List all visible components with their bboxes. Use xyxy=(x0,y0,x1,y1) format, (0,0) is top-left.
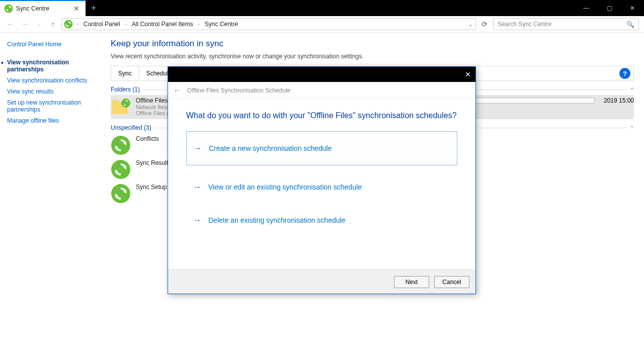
tab-sync[interactable]: Sync xyxy=(111,66,139,80)
help-icon[interactable]: ? xyxy=(619,68,630,79)
dialog-header: ← Offline Files Synchronisation Schedule xyxy=(168,82,475,99)
chevron-up-icon[interactable]: ⌃ xyxy=(630,125,634,131)
chevron-up-icon[interactable]: ⌃ xyxy=(630,87,634,93)
navbar: ← → ⌄ ↑ › Control Panel › All Control Pa… xyxy=(0,16,644,33)
window-controls: — ▢ ✕ xyxy=(575,0,644,16)
refresh-button[interactable]: ⟳ xyxy=(479,20,490,28)
chevron-right-icon: › xyxy=(122,22,130,27)
breadcrumb-item[interactable]: Sync Centre xyxy=(204,21,239,28)
tab-title: Sync Centre xyxy=(16,5,71,12)
last-sync-time: 2019 15:00 xyxy=(604,97,634,104)
choice-create[interactable]: → Create a new synchronisation schedule xyxy=(186,131,457,165)
arrow-right-icon: → xyxy=(193,183,201,192)
dialog-close-button[interactable]: ✕ xyxy=(460,67,475,82)
page-subtitle: View recent synchronisation activity, sy… xyxy=(111,53,634,60)
progress-bar xyxy=(464,98,595,104)
up-button[interactable]: ↑ xyxy=(47,19,58,30)
cancel-button[interactable]: Cancel xyxy=(434,276,469,288)
dialog-back-button[interactable]: ← xyxy=(173,86,181,95)
sidebar: Control Panel Home View synchronisation … xyxy=(0,33,101,362)
recent-dropdown-icon[interactable]: ⌄ xyxy=(33,19,44,30)
chevron-right-icon: › xyxy=(74,22,82,27)
folder-sync-icon xyxy=(111,97,131,117)
tab-close-icon[interactable]: ✕ xyxy=(71,5,82,13)
schedule-dialog: ✕ ← Offline Files Synchronisation Schedu… xyxy=(168,66,476,294)
search-icon: 🔍 xyxy=(626,21,634,28)
choice-delete[interactable]: → Delete an existing synchronisation sch… xyxy=(186,209,457,232)
next-button[interactable]: Next xyxy=(394,276,429,288)
titlebar: Sync Centre ✕ + — ▢ ✕ xyxy=(0,0,644,16)
sidebar-item-setup[interactable]: Set up new synchronisation partnerships xyxy=(7,97,94,115)
choice-edit[interactable]: → View or edit an existing synchronisati… xyxy=(186,175,457,199)
dialog-body: What do you want to do with your "Offlin… xyxy=(168,99,475,269)
breadcrumb[interactable]: › Control Panel › All Control Panel Item… xyxy=(61,18,476,30)
breadcrumb-item[interactable]: Control Panel xyxy=(83,21,121,28)
search-input[interactable]: Search Sync Centre 🔍 xyxy=(493,18,639,30)
sync-icon xyxy=(64,20,73,29)
item-title: Offline Files xyxy=(136,97,170,104)
new-tab-button[interactable]: + xyxy=(86,0,102,16)
sidebar-home[interactable]: Control Panel Home xyxy=(7,39,94,50)
svg-point-5 xyxy=(121,99,130,108)
forward-button[interactable]: → xyxy=(19,19,30,30)
dialog-header-text: Offline Files Synchronisation Schedule xyxy=(187,87,290,94)
sync-icon xyxy=(4,4,13,13)
dialog-titlebar: ✕ xyxy=(168,67,475,82)
maximize-button[interactable]: ▢ xyxy=(598,0,621,16)
chevron-right-icon: › xyxy=(195,22,203,27)
page-title: Keep your information in sync xyxy=(111,39,634,49)
dialog-footer: Next Cancel xyxy=(168,269,475,294)
search-placeholder: Search Sync Centre xyxy=(498,21,551,28)
minimize-button[interactable]: — xyxy=(575,0,598,16)
close-button[interactable]: ✕ xyxy=(621,0,644,16)
arrow-right-icon: → xyxy=(194,144,202,153)
sync-icon xyxy=(111,135,131,155)
arrow-right-icon: → xyxy=(193,216,201,225)
back-button[interactable]: ← xyxy=(5,19,16,30)
sidebar-item-results[interactable]: View sync results xyxy=(7,86,94,97)
dialog-question: What do you want to do with your "Offlin… xyxy=(186,111,457,120)
sync-icon xyxy=(111,159,131,179)
window-tab[interactable]: Sync Centre ✕ xyxy=(0,0,86,16)
sidebar-item-offline[interactable]: Manage offline files xyxy=(7,115,94,126)
sidebar-item-partnerships[interactable]: View synchronisation partnerships xyxy=(7,57,94,75)
chevron-down-icon[interactable]: ⌄ xyxy=(468,22,473,27)
sync-icon xyxy=(111,184,131,204)
sidebar-item-conflicts[interactable]: View synchronisation conflicts xyxy=(7,75,94,86)
breadcrumb-item[interactable]: All Control Panel Items xyxy=(131,21,194,28)
svg-rect-4 xyxy=(112,100,119,104)
